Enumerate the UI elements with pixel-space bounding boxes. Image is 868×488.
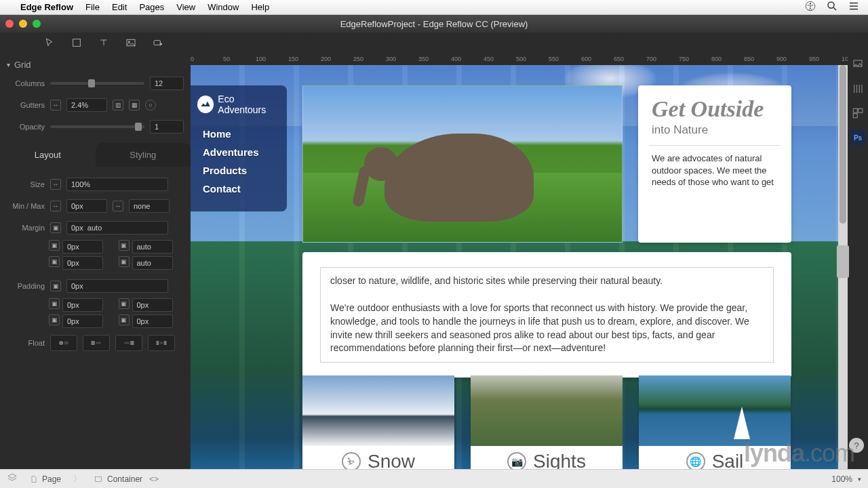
columns-slider[interactable] bbox=[50, 82, 144, 85]
padding-br-input[interactable] bbox=[132, 314, 173, 328]
margin-right-input[interactable] bbox=[132, 240, 173, 253]
padding-right-input[interactable] bbox=[132, 298, 173, 312]
scroll-thumb[interactable] bbox=[840, 65, 846, 224]
zoom-value[interactable]: 100% bbox=[831, 474, 852, 484]
padding-top-link-icon[interactable]: ▣ bbox=[50, 281, 61, 291]
margin-top-input[interactable] bbox=[66, 221, 168, 235]
tile-sights-label: Sights bbox=[533, 451, 586, 469]
body-text[interactable]: closer to nature, wildlife, and historic… bbox=[320, 267, 774, 363]
nav-products[interactable]: Products bbox=[197, 161, 280, 180]
opacity-label: Opacity bbox=[7, 123, 45, 131]
breadcrumb-page[interactable]: Page bbox=[24, 473, 66, 485]
vertical-scrollbar[interactable] bbox=[838, 65, 848, 469]
margin-right-link-icon[interactable]: ▣ bbox=[119, 240, 130, 251]
dom-panel-icon[interactable] bbox=[850, 106, 865, 121]
min-input[interactable] bbox=[66, 199, 107, 213]
padding-top-input[interactable] bbox=[66, 279, 168, 293]
body-card[interactable]: closer to nature, wildlife, and historic… bbox=[302, 252, 791, 378]
padding-bl-input[interactable] bbox=[62, 314, 103, 328]
min-link-icon[interactable]: ↔ bbox=[50, 201, 61, 211]
svg-point-2 bbox=[828, 2, 834, 8]
menu-list-icon[interactable] bbox=[848, 0, 860, 14]
nav-adventures[interactable]: Adventures bbox=[197, 143, 280, 161]
nav-home[interactable]: Home bbox=[197, 125, 280, 143]
svg-rect-8 bbox=[64, 342, 68, 345]
padding-br-link-icon[interactable]: ▣ bbox=[119, 314, 130, 325]
tile-sights[interactable]: 📷Sights bbox=[471, 375, 623, 469]
box-tool[interactable] bbox=[68, 35, 85, 50]
help-button[interactable]: ? bbox=[849, 438, 864, 453]
svg-rect-18 bbox=[859, 108, 863, 113]
margin-bl-input[interactable] bbox=[62, 256, 103, 270]
accessibility-icon[interactable] bbox=[804, 0, 816, 14]
gutter-mode-b-icon[interactable]: ▦ bbox=[129, 100, 140, 110]
opacity-slider[interactable]: .slider[style*="90"]::after{left:90%} bbox=[50, 125, 144, 128]
gutters-link-icon[interactable]: ↔ bbox=[50, 100, 61, 110]
assets-panel-icon[interactable] bbox=[850, 57, 865, 72]
breakpoint-handle[interactable] bbox=[837, 245, 849, 278]
svg-rect-20 bbox=[96, 476, 102, 481]
menu-file[interactable]: File bbox=[85, 2, 100, 12]
image-tool[interactable] bbox=[122, 35, 140, 50]
selection-tool[interactable] bbox=[41, 35, 58, 50]
subheadline: into Nature bbox=[652, 123, 778, 137]
margin-left-link-icon[interactable]: ▣ bbox=[49, 240, 60, 251]
menu-view[interactable]: View bbox=[176, 2, 195, 12]
menu-edit[interactable]: Edit bbox=[112, 2, 127, 12]
opacity-input[interactable] bbox=[150, 120, 184, 134]
menu-window[interactable]: Window bbox=[208, 2, 239, 12]
gutter-mode-a-icon[interactable]: ▥ bbox=[113, 100, 123, 110]
margin-br-input[interactable] bbox=[132, 256, 173, 270]
svg-rect-11 bbox=[130, 341, 134, 345]
float-left-button[interactable] bbox=[83, 335, 110, 351]
grid-section-header[interactable]: Grid bbox=[0, 57, 191, 73]
max-link-icon[interactable]: ↔ bbox=[113, 201, 123, 211]
padding-bl-link-icon[interactable]: ▣ bbox=[49, 314, 60, 325]
headline-card[interactable]: Get Outside into Nature We are advocates… bbox=[638, 85, 791, 243]
properties-panel: Grid Columns Gutters ↔ ▥ ▦ ○ Opacity .sl… bbox=[0, 53, 191, 469]
margin-br-link-icon[interactable]: ▣ bbox=[119, 256, 130, 267]
design-canvas[interactable]: Eco Adventours Home Adventures Products … bbox=[191, 65, 848, 469]
menu-help[interactable]: Help bbox=[251, 2, 269, 12]
padding-right-link-icon[interactable]: ▣ bbox=[119, 298, 130, 309]
site-nav-panel[interactable]: Eco Adventours Home Adventures Products … bbox=[191, 85, 287, 211]
margin-bl-link-icon[interactable]: ▣ bbox=[49, 256, 60, 267]
columns-input[interactable] bbox=[150, 77, 184, 90]
photoshop-panel-icon[interactable]: Ps bbox=[850, 130, 865, 145]
max-input[interactable] bbox=[129, 199, 170, 213]
styling-tab[interactable]: Styling bbox=[96, 143, 191, 167]
tile-snow-image bbox=[302, 375, 454, 446]
menu-pages[interactable]: Pages bbox=[139, 2, 164, 12]
float-none-button[interactable] bbox=[50, 335, 77, 351]
spotlight-icon[interactable] bbox=[826, 0, 838, 14]
gutters-input[interactable] bbox=[66, 98, 107, 112]
padding-left-input[interactable] bbox=[62, 298, 103, 312]
layout-tab[interactable]: Layout bbox=[0, 143, 96, 167]
hero-image[interactable] bbox=[302, 85, 623, 243]
svg-rect-9 bbox=[92, 341, 95, 345]
status-bar: Page 〉 Container <> 100% ▾ bbox=[0, 469, 868, 488]
margin-left-input[interactable] bbox=[62, 240, 103, 253]
mac-menubar: Edge Reflow File Edit Pages View Window … bbox=[0, 0, 868, 15]
form-tool[interactable] bbox=[149, 35, 167, 50]
zoom-dropdown-icon[interactable]: ▾ bbox=[858, 476, 861, 483]
tile-sail[interactable]: 🌐Sail bbox=[639, 375, 791, 469]
app-menu[interactable]: Edge Reflow bbox=[20, 2, 73, 12]
margin-top-link-icon[interactable]: ▣ bbox=[50, 222, 61, 233]
brand-name: Eco Adventours bbox=[218, 94, 280, 115]
gutter-mode-c-icon[interactable]: ○ bbox=[145, 100, 156, 110]
size-link-icon[interactable]: ↔ bbox=[50, 179, 61, 190]
svg-rect-6 bbox=[154, 41, 160, 45]
float-both-button[interactable] bbox=[148, 335, 175, 351]
horizontal-ruler[interactable]: 0501001502002503003504004505005506006507… bbox=[191, 53, 848, 65]
float-right-button[interactable] bbox=[115, 335, 142, 351]
library-panel-icon[interactable] bbox=[850, 81, 865, 96]
size-input[interactable] bbox=[66, 178, 168, 191]
breadcrumb-container[interactable]: Container <> bbox=[88, 473, 164, 485]
padding-left-link-icon[interactable]: ▣ bbox=[49, 298, 60, 309]
text-tool[interactable] bbox=[95, 35, 113, 50]
layers-icon[interactable] bbox=[7, 472, 18, 485]
tile-snow[interactable]: ⛷Snow bbox=[302, 375, 454, 469]
nav-contact[interactable]: Contact bbox=[197, 180, 280, 198]
intro-text: We are advocates of natural outdoor spac… bbox=[652, 152, 778, 188]
